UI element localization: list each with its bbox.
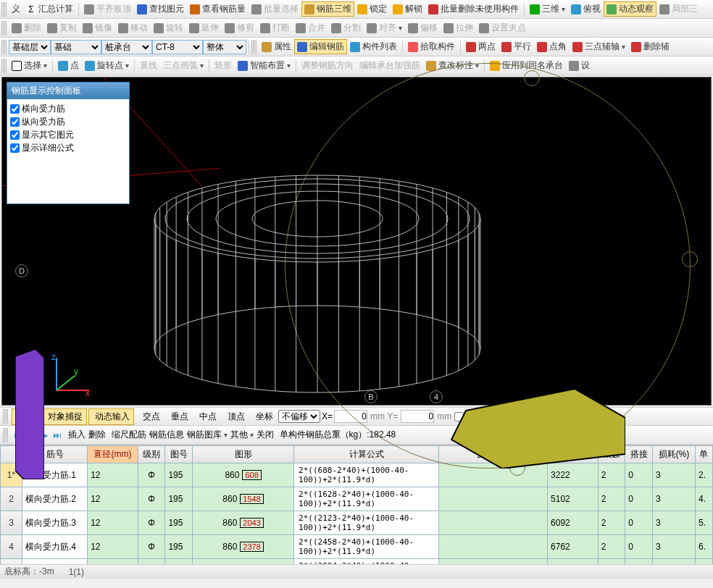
orbit-handle-right[interactable] — [682, 251, 698, 267]
th-diam[interactable]: 直径(mm) — [88, 446, 138, 463]
btn-osnap[interactable]: 对象捕捉 — [41, 408, 87, 425]
btn-smart[interactable]: 智能布置 — [235, 58, 293, 73]
svg-text:x: x — [86, 388, 90, 398]
grip-icon — [479, 23, 489, 33]
svg-text:z: z — [51, 354, 56, 362]
btn-pick[interactable]: 拾取构件 — [405, 39, 458, 54]
btn-point[interactable]: 点 — [55, 58, 82, 73]
select-whole[interactable]: 整体 — [203, 40, 246, 54]
btn-persp[interactable]: 俯视 — [568, 1, 604, 17]
btn-grip: 设置夹点 — [476, 20, 529, 35]
grip[interactable] — [251, 40, 257, 54]
btn-edit-rebar[interactable]: 编辑钢筋 — [294, 39, 347, 54]
th-lap[interactable]: 搭接 — [625, 446, 653, 463]
btn-yi[interactable]: 义 — [9, 1, 23, 17]
btn-dyninput[interactable]: 动态输入 — [88, 408, 134, 425]
btn-select[interactable]: 选择 — [9, 58, 50, 73]
th-loss[interactable]: 损耗(%) — [652, 446, 695, 463]
find-icon — [137, 4, 147, 14]
cube-icon — [304, 4, 314, 14]
lock-icon — [357, 4, 367, 14]
btn-insert-row: 插入 — [68, 429, 86, 441]
table-row[interactable]: 3 横向受力筋.3 12 Φ 195 8602043 2*((2123-2*40… — [1, 511, 713, 535]
split-icon — [331, 23, 341, 33]
grip[interactable] — [3, 428, 8, 442]
btn-parallel[interactable]: 平行 — [499, 39, 534, 54]
status-count: 1(1) — [69, 567, 84, 577]
btn-lib[interactable]: 钢筋图库 — [187, 429, 228, 441]
btn-sum[interactable]: Σ汇总计算 — [23, 1, 76, 17]
btn-extend: 延伸 — [186, 20, 222, 35]
list-icon — [350, 42, 360, 52]
btn-close[interactable]: 关闭 — [257, 429, 274, 441]
btn-find[interactable]: 查找图元 — [134, 1, 187, 17]
chk-formula[interactable]: 显示详细公式 — [10, 141, 126, 154]
toolbar-main: 义 Σ汇总计算 平齐板顶 查找图元 查看钢筋量 批量选择 钢筋三维 锁定 解锁 … — [0, 0, 713, 19]
btn-dyn-view[interactable]: 动态观察 — [604, 1, 656, 17]
grip[interactable] — [3, 409, 8, 424]
view3d-icon — [530, 4, 540, 14]
btn-twopoint[interactable]: 两点 — [463, 39, 499, 54]
orbit-handle-top[interactable] — [524, 70, 540, 86]
btn-del-row: 删除 — [88, 429, 106, 441]
select-cat[interactable]: 基础 — [51, 40, 101, 54]
btn-list[interactable]: 构件列表 — [347, 39, 400, 54]
btn-split: 分割 — [328, 20, 364, 35]
select-ct[interactable]: CT-8 — [152, 40, 203, 54]
batchdel-icon — [428, 4, 438, 14]
chk-horizontal[interactable]: 横向受力筋 — [10, 102, 126, 115]
table-row[interactable]: 4 横向受力筋.4 12 Φ 195 8602378 2*((2458-2*40… — [1, 535, 713, 559]
btn-threearc: 三点画弧 — [160, 58, 207, 73]
extend-icon — [189, 23, 199, 33]
ptangle-icon — [537, 42, 547, 52]
btn-delaxis[interactable]: 删除辅 — [628, 39, 672, 54]
rotate-icon — [154, 23, 164, 33]
btn-other[interactable]: 其他 — [230, 429, 254, 441]
btn-view3d[interactable]: 三维 — [527, 1, 568, 17]
btn-ptangle[interactable]: 点角 — [534, 39, 570, 54]
grip[interactable] — [1, 21, 7, 35]
table-row[interactable]: 5 横向受力筋.5 12 Φ 195 8602614 2*((2694-2*40… — [1, 559, 713, 565]
th-single[interactable]: 单 — [695, 446, 712, 463]
th-shape[interactable]: 图形 — [193, 446, 294, 463]
btn-lock[interactable]: 锁定 — [354, 1, 390, 17]
btn-info[interactable]: 钢筋信息 — [149, 429, 184, 441]
grip[interactable] — [1, 2, 7, 17]
viewport-3d[interactable]: z x y D B 4 钢筋显示控制面板 横向受力筋 纵向受力筋 显示其它图元 … — [1, 77, 712, 406]
btn-batch-del[interactable]: 批量删除未使用构件 — [425, 1, 522, 17]
btn-attr[interactable]: 属性 — [259, 39, 294, 54]
btn-mirror: 镜像 — [80, 20, 115, 35]
grip[interactable] — [1, 59, 7, 73]
panel-body: 横向受力筋 纵向受力筋 显示其它图元 显示详细公式 — [7, 99, 129, 203]
btn-unlock[interactable]: 解锁 — [390, 1, 425, 17]
del-icon — [12, 23, 22, 33]
status-bar: 底标高：-3m 1(1) — [0, 564, 713, 579]
table-row[interactable]: 2 横向受力筋.2 12 Φ 195 8601548 2*((1628-2*40… — [1, 487, 713, 511]
status-elev: 底标高：-3m — [4, 566, 54, 578]
chk-other[interactable]: 显示其它图元 — [10, 128, 126, 141]
toolbar-draw: 选择 点 旋转点 直线 三点画弧 矩形 智能布置 调整钢筋方向 编辑承台加强筋 … — [0, 56, 713, 75]
btn-set[interactable]: 设 — [566, 58, 593, 73]
chk-vertical[interactable]: 纵向受力筋 — [10, 115, 126, 128]
local-icon — [659, 4, 670, 14]
btn-rebar-qty[interactable]: 查看钢筋量 — [187, 1, 249, 17]
select-layer[interactable]: 基础层 — [9, 40, 51, 54]
btn-rect: 矩形 — [212, 58, 235, 73]
btn-scale[interactable]: 缩尺配筋 — [112, 429, 146, 441]
select-cap[interactable]: 桩承台 — [101, 40, 152, 54]
orbit-icon — [606, 4, 617, 14]
nav-last[interactable]: ⏭ — [52, 430, 62, 440]
align-icon — [367, 23, 377, 33]
svg-marker-6 — [15, 349, 44, 479]
th-grade[interactable]: 级别 — [138, 446, 165, 463]
btn-3d-rebar[interactable]: 钢筋三维 — [301, 1, 354, 17]
grip[interactable] — [1, 40, 7, 54]
th-draw[interactable]: 图号 — [165, 446, 193, 463]
block-purple — [15, 349, 44, 479]
panel-title[interactable]: 钢筋显示控制面板 — [7, 83, 129, 99]
delaxis-icon — [631, 42, 641, 52]
wireframe-cylinder — [151, 139, 484, 429]
btn-threeaxis[interactable]: 三点辅轴 — [570, 39, 628, 54]
stretch-icon — [443, 23, 454, 33]
btn-rotpoint[interactable]: 旋转点 — [82, 58, 132, 73]
